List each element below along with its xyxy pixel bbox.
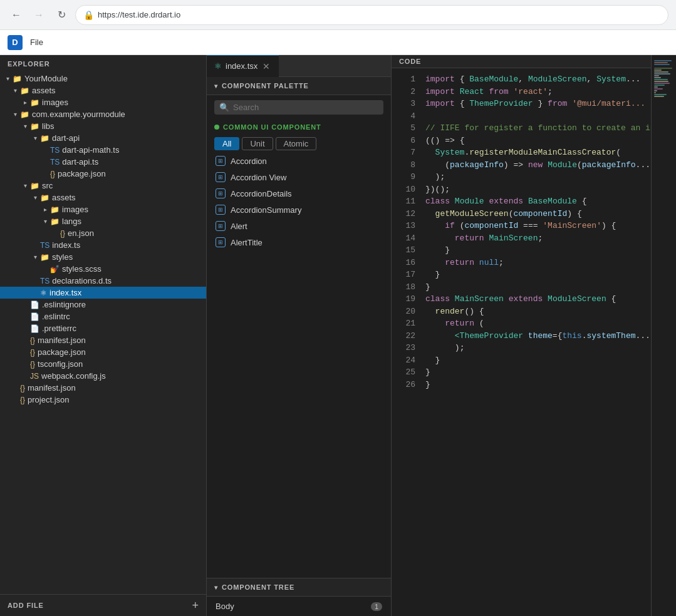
- tree-item-yourmodule[interactable]: ▾ 📁 YourModule: [0, 73, 206, 85]
- tree-comp-body[interactable]: Body 1: [207, 599, 391, 613]
- component-accordion-details[interactable]: ⊞ AccordionDetails: [207, 185, 391, 202]
- tree-item-libs[interactable]: ▾ 📁 libs: [0, 120, 206, 132]
- code-text: (() => {: [425, 135, 464, 147]
- tree-item-webpack[interactable]: ▸ JS webpack.config.js: [0, 370, 206, 382]
- code-text: return (: [425, 317, 484, 330]
- ts-file-icon: TS: [50, 158, 60, 167]
- app-bar: D File: [0, 30, 676, 55]
- tree-item-package-json[interactable]: ▸ {} package.json: [0, 346, 206, 358]
- filter-unit[interactable]: Unit: [242, 137, 273, 150]
- tree-label: manifest.json: [28, 383, 76, 393]
- code-header: CODE: [392, 55, 651, 68]
- code-line-10: 10 })();: [392, 183, 651, 196]
- component-alert[interactable]: ⊞ Alert: [207, 218, 391, 234]
- tree-item-manifest-json[interactable]: ▸ {} manifest.json: [0, 334, 206, 346]
- code-line-20: 20 render() {: [392, 305, 651, 318]
- palette-header-label: COMPONENT PALETTE: [222, 82, 309, 90]
- tree-item-styles[interactable]: ▾ 📁 styles: [0, 251, 206, 263]
- tree-item-src-assets[interactable]: ▾ 📁 assets: [0, 192, 206, 203]
- chevron-down-icon: ▾: [40, 218, 50, 225]
- explorer-header: EXPLORER: [0, 55, 206, 73]
- component-accordion-view[interactable]: ⊞ Accordion View: [207, 169, 391, 185]
- tree-item-dart-api-pkg[interactable]: ▸ {} package.json: [0, 168, 206, 180]
- tree-label: manifest.json: [38, 336, 86, 345]
- search-input[interactable]: [233, 103, 378, 112]
- app-logo: D: [8, 35, 23, 50]
- code-text: }: [425, 366, 430, 379]
- tree-item-dart-api-math[interactable]: ▸ TS dart-api-math.ts: [0, 144, 206, 156]
- palette-section: ▾ COMPONENT PALETTE 🔍 COMMON UI COMPONEN…: [207, 77, 391, 578]
- tree-label: images: [42, 98, 68, 107]
- component-accordion[interactable]: ⊞ Accordion: [207, 153, 391, 169]
- component-alert-title[interactable]: ⊞ AlertTitle: [207, 234, 391, 250]
- tree-item-root-project[interactable]: ▸ {} project.json: [0, 394, 206, 406]
- tab-close-button[interactable]: ✕: [261, 61, 271, 71]
- line-number: 2: [397, 86, 415, 98]
- tree-item-src[interactable]: ▾ 📁 src: [0, 180, 206, 192]
- js-file-icon: JS: [30, 372, 39, 381]
- tree-item-images[interactable]: ▸ 📁 images: [0, 96, 206, 108]
- tree-item-tsconfig[interactable]: ▸ {} tsconfig.json: [0, 358, 206, 370]
- code-text: class Module extends BaseModule {: [425, 195, 587, 208]
- tab-index-tsx[interactable]: ⚛ index.tsx ✕: [207, 55, 279, 77]
- line-number: 3: [397, 98, 415, 110]
- tree-item-langs[interactable]: ▾ 📁 langs: [0, 215, 206, 227]
- mm-line: [654, 75, 659, 76]
- tree-label: dart-api.ts: [62, 157, 98, 167]
- refresh-button[interactable]: ↻: [53, 6, 70, 24]
- tree-label: com.example.yourmodule: [32, 110, 125, 119]
- tree-item-index-tsx[interactable]: ▸ ⚛ index.tsx: [0, 287, 206, 299]
- code-text: }: [425, 354, 440, 367]
- code-panel: CODE 1 import { BaseModule, ModuleScreen…: [392, 55, 651, 616]
- line-number: 1: [397, 73, 415, 86]
- app-menu[interactable]: File: [30, 38, 43, 47]
- tree-item-en-json[interactable]: ▸ {} en.json: [0, 227, 206, 239]
- code-line-22: 22 <ThemeProvider theme={this.systemThem…: [392, 330, 651, 342]
- chevron-down-icon: ▾: [20, 182, 30, 189]
- tree-item-dart-api[interactable]: ▾ 📁 dart-api: [0, 132, 206, 144]
- component-name: Alert: [231, 222, 247, 231]
- component-icon: ⊞: [216, 205, 226, 215]
- browser-bar: ← → ↻ 🔒 https://test.ide.drdart.io: [0, 0, 676, 30]
- component-accordion-summary[interactable]: ⊞ AccordionSummary: [207, 202, 391, 218]
- code-text: })();: [425, 183, 450, 196]
- add-file-button[interactable]: +: [192, 600, 199, 611]
- tree-item-dart-api-ts[interactable]: ▸ TS dart-api.ts: [0, 156, 206, 168]
- component-tree-header[interactable]: ▾ COMPONENT TREE: [207, 578, 391, 597]
- tree-label: assets: [52, 193, 76, 202]
- tree-item-declarations[interactable]: ▸ TS declarations.d.ts: [0, 275, 206, 287]
- code-content[interactable]: 1 import { BaseModule, ModuleScreen, Sys…: [392, 68, 651, 616]
- tree-item-styles-scss[interactable]: ▸ 💅 styles.scss: [0, 263, 206, 275]
- back-button[interactable]: ←: [8, 6, 25, 24]
- tree-item-assets[interactable]: ▾ 📁 assets: [0, 85, 206, 96]
- tree-item-eslintignore[interactable]: ▸ 📄 .eslintignore: [0, 299, 206, 311]
- filter-all[interactable]: All: [214, 137, 239, 150]
- json-file-icon: {}: [30, 336, 35, 345]
- code-line-16: 16 return null;: [392, 257, 651, 269]
- tree-item-eslintrc[interactable]: ▸ 📄 .eslintrc: [0, 311, 206, 322]
- center-panel: ⚛ index.tsx ✕ ▾ COMPONENT PALETTE 🔍 COMM…: [207, 55, 392, 616]
- folder-icon: 📁: [30, 182, 39, 190]
- code-line-24: 24 }: [392, 354, 651, 367]
- chevron-down-icon: ▾: [214, 584, 218, 591]
- tree-item-com-example[interactable]: ▾ 📁 com.example.yourmodule: [0, 108, 206, 120]
- tree-item-root-manifest[interactable]: ▸ {} manifest.json: [0, 382, 206, 394]
- palette-header[interactable]: ▾ COMPONENT PALETTE: [207, 77, 391, 95]
- forward-button[interactable]: →: [30, 6, 48, 24]
- code-text: getModuleScreen(componentId) {: [425, 208, 582, 220]
- code-line-12: 12 getModuleScreen(componentId) {: [392, 208, 651, 220]
- tree-label: images: [62, 205, 88, 214]
- folder-icon: 📁: [30, 122, 39, 131]
- address-bar[interactable]: 🔒 https://test.ide.drdart.io: [75, 5, 668, 25]
- filter-atomic[interactable]: Atomic: [276, 137, 317, 150]
- mm-line: [654, 64, 670, 65]
- line-number: 26: [397, 379, 415, 391]
- folder-icon: 📁: [20, 86, 29, 95]
- tree-item-src-images[interactable]: ▸ 📁 images: [0, 203, 206, 215]
- line-number: 24: [397, 354, 415, 367]
- component-name: AccordionSummary: [231, 205, 301, 215]
- folder-icon: 📁: [20, 110, 29, 119]
- tree-item-prettierrc[interactable]: ▸ 📄 .prettierrc: [0, 322, 206, 334]
- json-file-icon: {}: [30, 360, 35, 369]
- tree-item-index-ts[interactable]: ▸ TS index.ts: [0, 239, 206, 251]
